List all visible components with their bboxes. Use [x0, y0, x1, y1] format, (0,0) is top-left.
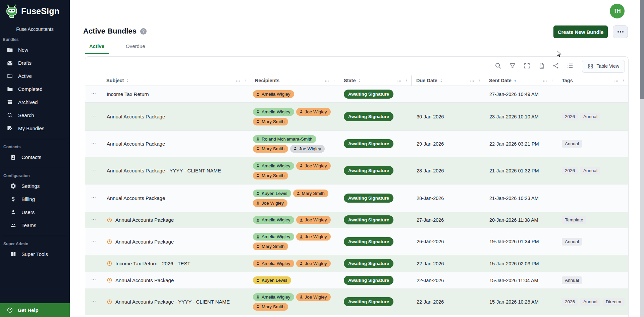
bundle-row[interactable]: Annual Accounts PackageKuyen LewisAwaiti…: [85, 272, 628, 289]
recipient-chip[interactable]: Mary Smith: [253, 172, 288, 179]
filter-button[interactable]: [509, 62, 516, 70]
recipient-chip[interactable]: Amelia Wigley: [253, 108, 294, 116]
csv-export-button[interactable]: CSV: [538, 62, 545, 70]
recipient-chip[interactable]: Roland McNamara-Smith: [253, 135, 316, 143]
row-menu-button[interactable]: [90, 297, 98, 306]
recipient-chip[interactable]: Amelia Wigley: [253, 293, 294, 301]
expand-button[interactable]: [523, 62, 531, 70]
recipient-chip[interactable]: Amelia Wigley: [253, 233, 294, 241]
subject-cell[interactable]: Annual Accounts Package: [102, 195, 250, 201]
subject-cell[interactable]: Annual Accounts Package - YYYY - CLIENT …: [102, 168, 250, 173]
sort-desc-icon[interactable]: [513, 78, 518, 83]
sidebar-item-search[interactable]: Search: [0, 109, 70, 122]
recipient-chip[interactable]: Mary Smith: [253, 145, 288, 153]
page-more-actions-button[interactable]: [613, 25, 628, 38]
tab-active[interactable]: Active: [85, 41, 109, 54]
row-menu-button[interactable]: [90, 139, 98, 148]
subject-cell[interactable]: Income Tax Return - 2026 - TEST: [102, 261, 250, 266]
recipient-chip[interactable]: Mary Smith: [293, 190, 328, 197]
search-button[interactable]: [494, 62, 502, 70]
bundle-row[interactable]: Income Tax Return - 2026 - TESTAmelia Wi…: [85, 255, 628, 272]
table-view-toggle-button[interactable]: Table View: [582, 60, 625, 73]
sidebar-item-billing[interactable]: Billing: [3, 193, 66, 206]
row-menu-button[interactable]: [90, 194, 98, 203]
column-drag-icon[interactable]: [397, 78, 402, 83]
column-header-recipients[interactable]: Recipients: [250, 75, 339, 86]
recipient-chip[interactable]: Amelia Wigley: [253, 162, 294, 170]
recipient-chip[interactable]: Joe Wigley: [253, 199, 287, 207]
column-menu-icon[interactable]: [332, 78, 336, 83]
column-header-subject[interactable]: Subject: [102, 75, 250, 86]
recipient-chip[interactable]: Amelia Wigley: [253, 260, 294, 267]
column-menu-icon[interactable]: [243, 78, 248, 83]
sidebar-item-archived[interactable]: Archived: [0, 96, 70, 109]
subject-cell[interactable]: Annual Accounts Package: [102, 141, 250, 147]
column-header-sent-date[interactable]: Sent Date: [484, 75, 557, 86]
sidebar-item-my-bundles[interactable]: My Bundles: [0, 122, 70, 135]
recipient-chip[interactable]: Mary Smith: [253, 303, 288, 311]
subject-cell[interactable]: Income Tax Return: [102, 91, 250, 97]
bundle-row[interactable]: Annual Accounts Package - YYYY - CLIENT …: [85, 289, 628, 315]
column-drag-icon[interactable]: [542, 78, 547, 83]
column-header-tags[interactable]: Tags: [557, 75, 628, 86]
subject-cell[interactable]: Annual Accounts Package: [102, 277, 250, 283]
create-new-bundle-button[interactable]: Create New Bundle: [553, 25, 608, 38]
vertical-scrollbar-track[interactable]: [640, 0, 644, 317]
tab-overdue[interactable]: Overdue: [121, 41, 150, 54]
share-button[interactable]: [552, 62, 559, 70]
bundle-row[interactable]: Annual Accounts PackageRoland McNamara-S…: [85, 131, 628, 157]
column-header-due-date[interactable]: Due Date: [412, 75, 484, 86]
sort-icon[interactable]: [439, 78, 443, 83]
recipient-chip[interactable]: Kuyen Lewis: [253, 190, 291, 197]
column-drag-icon[interactable]: [235, 78, 240, 83]
subject-cell[interactable]: Annual Accounts Package - YYYY - CLIENT …: [102, 299, 250, 305]
recipient-chip[interactable]: Mary Smith: [253, 243, 288, 250]
sidebar-item-active[interactable]: Active: [0, 69, 70, 83]
column-drag-icon[interactable]: [324, 78, 329, 83]
list-view-button[interactable]: [567, 62, 574, 70]
row-menu-button[interactable]: [90, 215, 98, 224]
sort-icon[interactable]: [357, 78, 362, 83]
page-help-icon[interactable]: ?: [140, 28, 147, 35]
recipient-chip[interactable]: Amelia Wigley: [253, 90, 294, 98]
column-menu-icon[interactable]: [404, 78, 409, 83]
bundle-row[interactable]: Annual Accounts PackageKuyen LewisMary S…: [85, 184, 628, 212]
sidebar-item-new[interactable]: New: [0, 43, 70, 56]
subject-cell[interactable]: Annual Accounts Package: [102, 239, 250, 245]
recipient-chip[interactable]: Amelia Wigley: [253, 216, 294, 224]
column-header-state[interactable]: State: [339, 75, 412, 86]
sidebar-item-drafts[interactable]: Drafts: [0, 56, 70, 69]
recipient-chip[interactable]: Kuyen Lewis: [253, 276, 291, 284]
row-menu-button[interactable]: [90, 112, 98, 121]
bundle-row[interactable]: Annual Accounts PackageAmelia WigleyJoe …: [85, 228, 628, 255]
recipient-chip[interactable]: Joe Wigley: [296, 162, 331, 170]
column-menu-icon[interactable]: [477, 78, 482, 83]
sidebar-item-completed[interactable]: Completed: [0, 83, 70, 96]
vertical-scrollbar-thumb[interactable]: [640, 0, 644, 99]
recipient-chip[interactable]: Joe Wigley: [296, 108, 331, 116]
column-menu-icon[interactable]: [550, 78, 554, 83]
recipient-chip[interactable]: Mary Smith: [253, 118, 288, 125]
sidebar-item-contacts[interactable]: Contacts: [3, 151, 66, 164]
bundle-row[interactable]: Income Tax ReturnAmelia WigleyAwaiting S…: [85, 86, 628, 103]
sidebar-item-teams[interactable]: Teams: [3, 219, 66, 232]
sidebar-item-users[interactable]: Users: [3, 206, 66, 219]
row-menu-button[interactable]: [90, 237, 98, 246]
recipient-chip[interactable]: Joe Wigley: [296, 293, 331, 301]
bundle-row[interactable]: Annual Accounts PackageAmelia WigleyJoe …: [85, 103, 628, 131]
sort-icon[interactable]: [125, 78, 130, 83]
subject-cell[interactable]: Annual Accounts Package: [102, 114, 250, 119]
user-avatar[interactable]: TH: [610, 4, 625, 18]
sidebar-item-settings[interactable]: Settings: [3, 179, 66, 193]
recipient-chip[interactable]: Joe Wigley: [296, 260, 331, 267]
recipient-chip[interactable]: Joe Wigley: [296, 233, 331, 241]
row-menu-button[interactable]: [90, 90, 98, 99]
row-menu-button[interactable]: [90, 166, 98, 175]
sidebar-item-super-tools[interactable]: Super Tools: [3, 248, 66, 261]
recipient-chip[interactable]: Joe Wigley: [296, 216, 331, 224]
recipient-chip[interactable]: Joe Wigley: [290, 145, 325, 153]
column-drag-icon[interactable]: [470, 78, 475, 83]
column-drag-icon[interactable]: [614, 78, 619, 83]
row-menu-button[interactable]: [90, 259, 98, 268]
row-menu-button[interactable]: [90, 276, 98, 285]
